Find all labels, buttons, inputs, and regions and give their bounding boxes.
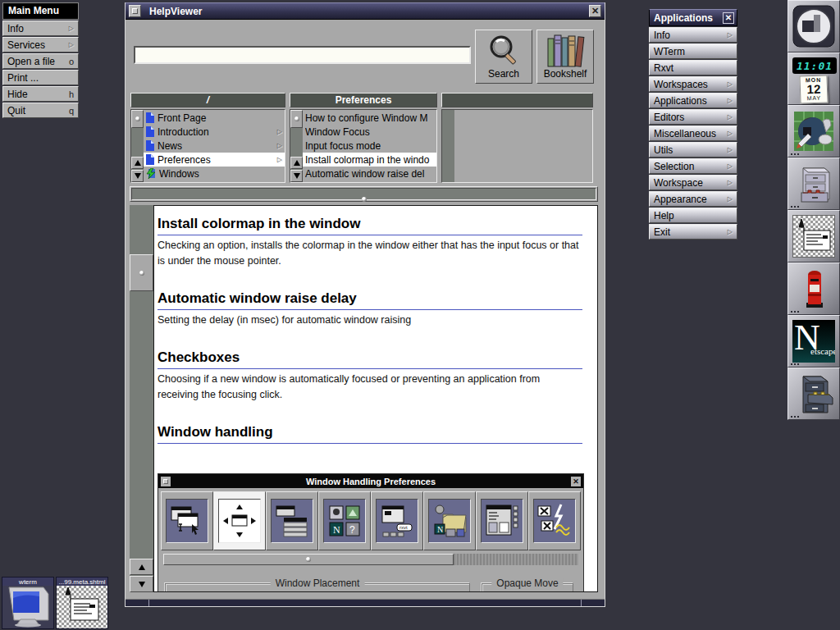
close-boxes-icon xyxy=(536,503,573,539)
browser-item-news[interactable]: News ▷ xyxy=(144,139,285,153)
app-dots-icon xyxy=(791,153,799,155)
column-scrollbar[interactable] xyxy=(131,110,144,182)
close-icon[interactable]: ✕ xyxy=(723,12,734,24)
search-button[interactable]: Search xyxy=(475,30,532,84)
scroll-up-button[interactable] xyxy=(131,157,144,169)
dock: 11:01 MON 12 MAY xyxy=(787,0,840,420)
apps-item-workspaces[interactable]: Workspaces▷ xyxy=(649,76,737,92)
apps-item-workspace[interactable]: Workspace▷ xyxy=(649,175,737,190)
browser-item-window-focus[interactable]: Window Focus xyxy=(303,125,436,139)
column-scrollbar[interactable] xyxy=(442,110,454,182)
submenu-arrow-icon: ▷ xyxy=(728,179,733,186)
apps-item-rxvt[interactable]: Rxvt xyxy=(649,60,737,75)
applications-menu-titlebar[interactable]: Applications ✕ xyxy=(649,9,737,26)
apps-item-appearance[interactable]: Appearance▷ xyxy=(649,191,737,207)
arrow-up-icon xyxy=(294,160,300,166)
bookshelf-button[interactable]: Bookshelf xyxy=(536,30,594,84)
panel-list-icon xyxy=(484,503,520,539)
menu-item-info[interactable]: Info▷ xyxy=(2,21,79,36)
browser-item-automatic-window-raise[interactable]: Automatic window raise del xyxy=(303,167,436,180)
browser-item-input-focus-mode[interactable]: Input focus mode xyxy=(303,139,436,153)
apps-item-info[interactable]: Info▷ xyxy=(649,27,737,43)
knob-dimple-icon xyxy=(306,557,311,562)
miniaturize-button[interactable] xyxy=(129,5,141,17)
dock-tile-draw-app[interactable] xyxy=(788,105,840,158)
scroll-down-button[interactable] xyxy=(290,170,303,182)
browser-item-install-colormap-selected[interactable]: Install colormap in the windo xyxy=(303,153,436,167)
dock-tile-netscape[interactable]: Netscape xyxy=(788,315,840,368)
bookshelf-icon xyxy=(546,34,585,68)
arrow-down-icon xyxy=(135,173,141,179)
tab-window-list xyxy=(266,491,318,550)
dock-tile-file-cabinet[interactable] xyxy=(788,158,840,210)
browser-horizontal-scrollbar[interactable] xyxy=(130,186,598,202)
terminal-monitor-icon xyxy=(2,586,53,628)
scrollbar-knob[interactable] xyxy=(130,254,153,291)
scroll-up-button[interactable] xyxy=(290,157,303,169)
apps-item-help[interactable]: Help xyxy=(649,208,737,223)
text-editor-icon xyxy=(57,586,107,628)
app-dots-icon xyxy=(791,416,799,418)
doc-paragraph: Checking an option, installs the colorma… xyxy=(158,238,582,269)
doc-heading-window-handling: Window handling xyxy=(158,424,582,444)
digital-clock: 11:01 xyxy=(792,57,837,74)
document-icon xyxy=(146,140,154,151)
embedded-screenshot-window-handling-preferences: Window Handling Preferences ✕ xyxy=(158,473,584,592)
browser-item-windows[interactable]: Windows xyxy=(144,167,285,180)
dock-tile-mail[interactable] xyxy=(788,262,840,315)
submenu-arrow-icon: ▷ xyxy=(69,41,74,48)
menu-item-quit[interactable]: Quitq xyxy=(2,103,79,118)
netscape-icon: Netscape xyxy=(792,320,835,363)
main-menu-title[interactable]: Main Menu xyxy=(2,2,79,20)
app-dots-icon xyxy=(791,206,799,208)
submenu-arrow-icon: ▷ xyxy=(728,31,733,39)
close-button[interactable]: ✕ xyxy=(589,5,601,17)
column-scrollbar[interactable] xyxy=(290,110,303,182)
content-scrollbar[interactable] xyxy=(130,205,153,592)
dock-tile-windowmaker[interactable] xyxy=(788,0,840,52)
menu-item-open-a-file[interactable]: Open a fileo xyxy=(2,53,79,69)
tab-expert xyxy=(528,491,581,550)
scroll-down-button[interactable] xyxy=(131,170,144,182)
apps-item-editors[interactable]: Editors▷ xyxy=(649,109,737,125)
apps-item-utils[interactable]: Utils▷ xyxy=(649,142,737,158)
submenu-arrow-icon: ▷ xyxy=(728,80,733,88)
window-handling-icon xyxy=(221,503,258,539)
menu-item-print[interactable]: Print ... xyxy=(2,70,79,85)
menu-item-hide[interactable]: Hideh xyxy=(2,86,79,102)
scroll-up-button[interactable] xyxy=(130,559,153,575)
window-resizebar[interactable] xyxy=(126,599,605,606)
column-header: / xyxy=(130,93,285,107)
scrollbar-knob[interactable] xyxy=(290,110,303,128)
browser-item-introduction[interactable]: Introduction ▷ xyxy=(144,125,285,139)
dock-tile-clock[interactable]: 11:01 MON 12 MAY xyxy=(788,52,840,105)
svg-text:N: N xyxy=(333,524,340,536)
browser-column-empty xyxy=(441,93,593,183)
document-icon xyxy=(146,112,154,123)
svg-text:N: N xyxy=(437,525,443,534)
app-dots-icon xyxy=(791,311,799,313)
browser-item-how-to-configure[interactable]: How to configure Window M xyxy=(303,111,436,125)
miniwindow-wterm[interactable]: wterm xyxy=(2,577,54,629)
scroll-down-button[interactable] xyxy=(130,576,153,592)
menu-item-services[interactable]: Services▷ xyxy=(2,37,79,52)
apps-item-wterm[interactable]: WTerm xyxy=(649,43,737,59)
helpviewer-titlebar[interactable]: HelpViewer ✕ xyxy=(126,2,605,20)
submenu-arrow-icon: ▷ xyxy=(728,146,733,153)
browser-item-preferences-selected[interactable]: Preferences ▷ xyxy=(144,153,285,167)
browser-item-front-page[interactable]: Front Page xyxy=(144,111,285,125)
dock-tile-editor[interactable] xyxy=(788,210,840,262)
arrow-up-icon xyxy=(139,564,145,570)
apps-item-applications[interactable]: Applications▷ xyxy=(649,93,737,108)
scrollbar-knob[interactable] xyxy=(131,110,144,128)
submenu-arrow-icon: ▷ xyxy=(728,162,733,170)
apps-item-exit[interactable]: Exit▷ xyxy=(649,224,737,240)
scrollbar-trough[interactable] xyxy=(131,188,596,200)
apps-item-miscellaneous[interactable]: Miscellaneous▷ xyxy=(649,126,737,141)
miniwindow-document[interactable]: ...99.meta.shtml xyxy=(56,577,108,629)
submenu-arrow-icon: ▷ xyxy=(728,228,733,235)
text-editor-icon xyxy=(793,216,836,258)
apps-item-selection[interactable]: Selection▷ xyxy=(649,158,737,174)
search-input[interactable] xyxy=(134,46,471,64)
dock-tile-file-cabinet-dark[interactable] xyxy=(788,368,840,420)
